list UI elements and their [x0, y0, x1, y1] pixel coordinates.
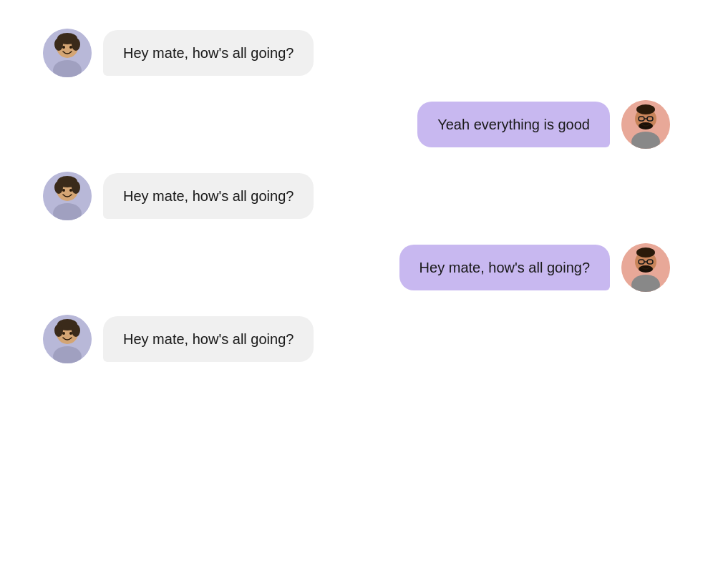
chat-container: Hey mate, how's all going? — [0, 0, 713, 588]
svg-point-37 — [72, 324, 80, 337]
message-row: Hey mate, how's all going? — [43, 172, 314, 220]
message-text: Hey mate, how's all going? — [123, 45, 294, 61]
svg-point-36 — [54, 324, 63, 337]
message-text: Hey mate, how's all going? — [419, 260, 590, 275]
svg-point-21 — [72, 181, 80, 194]
message-row: Hey mate, how's all going? — [43, 29, 314, 77]
message-text: Hey mate, how's all going? — [123, 331, 294, 347]
avatar-received — [43, 29, 92, 77]
message-bubble: Hey mate, how's all going? — [103, 316, 314, 362]
message-bubble: Hey mate, how's all going? — [103, 30, 314, 76]
avatar-sent — [621, 100, 670, 149]
svg-point-27 — [636, 248, 655, 258]
message-row: Yeah everything is good — [417, 100, 670, 149]
svg-point-6 — [62, 46, 65, 49]
svg-point-39 — [69, 332, 72, 335]
svg-point-11 — [636, 104, 655, 114]
svg-point-5 — [72, 38, 80, 51]
message-text: Yeah everything is good — [437, 117, 590, 132]
message-row: Hey mate, how's all going? — [43, 315, 314, 363]
avatar-received — [43, 172, 92, 220]
message-bubble: Hey mate, how's all going? — [399, 245, 610, 290]
avatar-received — [43, 315, 92, 363]
avatar-sent — [621, 243, 670, 292]
message-bubble: Yeah everything is good — [417, 102, 610, 147]
message-text: Hey mate, how's all going? — [123, 188, 294, 204]
svg-point-4 — [54, 38, 63, 51]
svg-point-22 — [62, 189, 65, 192]
message-bubble: Hey mate, how's all going? — [103, 173, 314, 219]
svg-point-23 — [69, 189, 72, 192]
svg-point-7 — [69, 46, 72, 49]
svg-point-20 — [54, 181, 63, 194]
message-row: Hey mate, how's all going? — [399, 243, 670, 292]
svg-point-38 — [62, 332, 65, 335]
